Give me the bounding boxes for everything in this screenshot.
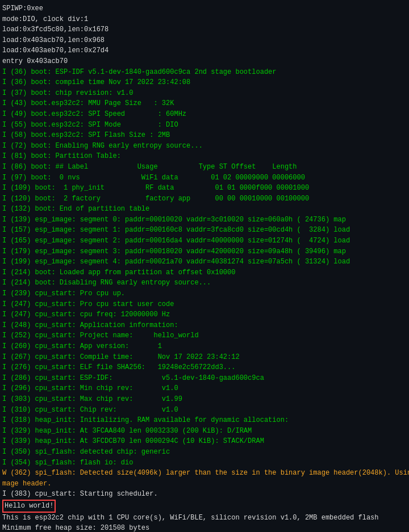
line-esp32c2-chip: This is esp32c2 chip with 1 CPU core(s),… (2, 513, 407, 523)
line-loaded-app: I (214) boot: Loaded app from partition … (2, 267, 407, 278)
line-load2: load:0x403acb70,len:0x968 (2, 35, 407, 46)
line-part-header: I (86) boot: ## Label Usage Type ST Offs… (2, 162, 407, 173)
line-app-version: I (260) cpu_start: App version: 1 (2, 341, 407, 352)
line-spi-detected: I (350) spi_flash: detected chip: generi… (2, 447, 407, 458)
line-boot-espidf: I (36) boot: ESP-IDF v5.1-dev-1840-gaad6… (2, 67, 407, 78)
line-part-phy: I (109) boot: 1 phy_init RF data 01 01 0… (2, 183, 407, 194)
line-seg3: I (179) esp_image: segment 3: paddr=0001… (2, 246, 407, 257)
line-esp-idf: I (286) cpu_start: ESP-IDF: v5.1-dev-184… (2, 373, 407, 384)
line-entry: entry 0x403acb70 (2, 56, 407, 67)
line-warn-size: W (362) spi_flash: Detected size(4096k) … (2, 468, 407, 479)
line-seg0: I (139) esp_image: segment 0: paddr=0001… (2, 215, 407, 225)
line-cpu-freq: I (247) cpu_start: cpu freq: 120000000 H… (2, 309, 407, 320)
line-heap-init: I (318) heap_init: Initializing. RAM ava… (2, 415, 407, 426)
line-load1: load:0x3fcd5c80,len:0x1678 (2, 24, 407, 35)
line-project-name: I (252) cpu_start: Project name: hello_w… (2, 330, 407, 341)
line-compile-time2: I (267) cpu_start: Compile time: Nov 17 … (2, 352, 407, 363)
line-rng: I (72) boot: Enabling RNG early entropy … (2, 141, 407, 152)
line-spi-flash-size: I (58) boot.esp32c2: SPI Flash Size : 2M… (2, 130, 407, 141)
hello-world-box: Hello world! (2, 500, 56, 513)
line-hello-world: Hello world! (2, 500, 407, 513)
line-flash-io: I (354) spi_flash: flash io: dio (2, 458, 407, 468)
line-load3: load:0x403aeb70,len:0x27d4 (2, 45, 407, 56)
line-min-chip: I (296) cpu_start: Min chip rev: v1.0 (2, 383, 407, 394)
line-part-end: I (132) boot: End of partition table (2, 204, 407, 215)
line-seg4: I (199) esp_image: segment 4: paddr=0002… (2, 257, 407, 267)
line-pro-cpu: I (239) cpu_start: Pro cpu up. (2, 288, 407, 299)
line-chip-rev2: I (310) cpu_start: Chip rev: v1.0 (2, 405, 407, 416)
line-spi-speed: I (49) boot.esp32c2: SPI Speed : 60MHz (2, 109, 407, 120)
line-disable-rng: I (214) boot: Disabling RNG early entrop… (2, 278, 407, 288)
line-spi-mode: I (55) boot.esp32c2: SPI Mode : DIO (2, 120, 407, 131)
line-max-chip: I (303) cpu_start: Max chip rev: v1.99 (2, 394, 407, 405)
line-heap-at2: I (339) heap_init: At 3FCDCB70 len 00002… (2, 436, 407, 447)
line-app-info: I (248) cpu_start: Application informati… (2, 320, 407, 331)
line-heap-at1: I (329) heap_init: At 3FCAA840 len 00032… (2, 426, 407, 437)
terminal: SPIWP:0xee mode:DIO, clock div:1 load:0x… (0, 0, 409, 532)
line-heap-size: Minimum free heap size: 201508 bytes (2, 523, 407, 532)
line-scheduler: I (383) cpu_start: Starting scheduler. (2, 489, 407, 500)
line-seg1: I (157) esp_image: segment 1: paddr=0001… (2, 225, 407, 236)
line-mmu: I (43) boot.esp32c2: MMU Page Size : 32K (2, 98, 407, 109)
line-warn-mage: mage header. (2, 479, 407, 489)
line-pro-cpu-start: I (247) cpu_start: Pro cpu start user co… (2, 299, 407, 310)
line-compile-time: I (36) boot: compile time Nov 17 2022 23… (2, 77, 407, 88)
line-mode: mode:DIO, clock div:1 (2, 14, 407, 25)
line-chip-rev: I (37) boot: chip revision: v1.0 (2, 88, 407, 99)
line-seg2: I (165) esp_image: segment 2: paddr=0001… (2, 236, 407, 246)
line-part-nvs: I (97) boot: 0 nvs WiFi data 01 02 00009… (2, 173, 407, 183)
line-part-table: I (81) boot: Partition Table: (2, 151, 407, 162)
line-spiwp: SPIWP:0xee (2, 3, 407, 14)
line-part-factory: I (120) boot: 2 factory factory app 00 0… (2, 194, 407, 204)
line-elf-sha: I (276) cpu_start: ELF file SHA256: 1924… (2, 362, 407, 373)
